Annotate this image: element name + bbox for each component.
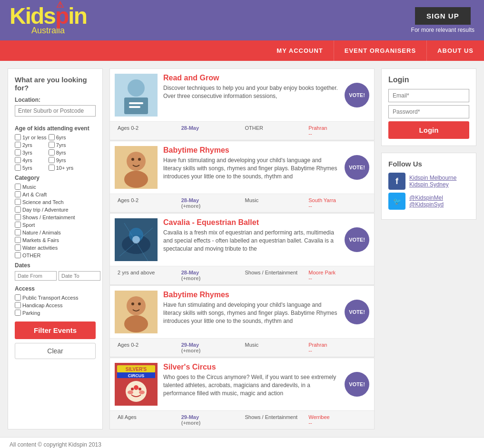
event-info: Silver's Circus Who goes to the Circus a… xyxy=(163,363,339,406)
cat-music-check[interactable] xyxy=(15,184,21,190)
cat-science[interactable]: Science and Tech xyxy=(15,199,96,205)
event-image xyxy=(115,146,158,189)
cat-shows[interactable]: Shows / Entertainment xyxy=(15,214,96,220)
event-top: Read and Grow Discover techniques to hel… xyxy=(110,69,374,121)
age-2yr[interactable]: 2yrs xyxy=(15,142,47,148)
event-title[interactable]: Silver's Circus xyxy=(163,363,339,371)
vote-button[interactable]: VOTE! xyxy=(345,372,369,397)
event-title[interactable]: Babytime Rhymes xyxy=(163,291,339,299)
cat-markets-check[interactable] xyxy=(15,237,21,243)
access-handicap-check[interactable] xyxy=(15,302,21,308)
access-transport[interactable]: Public Transport Access xyxy=(15,294,96,301)
age-6yr-check[interactable] xyxy=(49,134,55,140)
age-3yr-check[interactable] xyxy=(15,149,21,156)
age-3yr[interactable]: 3yrs xyxy=(15,149,47,156)
nav-about-us[interactable]: ABOUT US xyxy=(427,40,484,61)
meta-age: All Ages xyxy=(115,413,178,427)
age-10yr-check[interactable] xyxy=(49,165,55,171)
event-title[interactable]: Read and Grow xyxy=(163,74,339,82)
main-content: What are you looking for? Location: Age … xyxy=(0,61,484,437)
cat-other[interactable]: OTHER xyxy=(15,252,96,258)
event-title[interactable]: Babytime Rhymes xyxy=(163,146,339,155)
access-parking[interactable]: Parking xyxy=(15,310,96,316)
age-checkboxes: 1yr or less 2yrs 3yrs 4yrs 5yrs 6yrs 7yr… xyxy=(15,134,96,171)
date-from-input[interactable] xyxy=(15,271,57,281)
twitter-links: @KidspinMel @KidspinSyd xyxy=(409,195,444,208)
vote-button[interactable]: VOTE! xyxy=(345,300,369,324)
cat-sport-check[interactable] xyxy=(15,222,21,228)
access-transport-check[interactable] xyxy=(15,294,21,301)
cat-art[interactable]: Art & Craft xyxy=(15,191,96,197)
age-7yr[interactable]: 7yrs xyxy=(49,142,73,148)
vote-button[interactable]: VOTE! xyxy=(345,83,369,107)
age-7yr-check[interactable] xyxy=(49,142,55,148)
cat-nature[interactable]: Nature / Animals xyxy=(15,229,96,235)
age-4yr-check[interactable] xyxy=(15,157,21,163)
meta-category: Music xyxy=(242,341,306,354)
nav-my-account[interactable]: MY ACCOUNT xyxy=(266,40,334,61)
meta-date: 29-May(+more) xyxy=(178,341,242,354)
email-input[interactable] xyxy=(388,89,469,102)
cat-science-check[interactable] xyxy=(15,199,21,205)
facebook-row: f Kidspin Melbourne Kidspin Sydney xyxy=(388,173,469,190)
cat-daytrip[interactable]: Day trip / Adventure xyxy=(15,206,96,213)
event-title[interactable]: Cavalia - Equestrian Ballet xyxy=(163,218,339,227)
svg-point-28 xyxy=(138,388,141,390)
svg-point-17 xyxy=(127,296,146,315)
vote-button[interactable]: VOTE! xyxy=(345,227,369,252)
filter-events-button[interactable]: Filter Events xyxy=(15,321,96,339)
event-meta: Ages 0-2 28-May(+more) Music South Yarra… xyxy=(110,194,374,212)
age-1yr[interactable]: 1yr or less xyxy=(15,134,47,140)
age-5yr-check[interactable] xyxy=(15,165,21,171)
cat-music[interactable]: Music xyxy=(15,184,96,190)
cat-nature-check[interactable] xyxy=(15,229,21,235)
age-9yr[interactable]: 9yrs xyxy=(49,157,73,163)
meta-age: Ages 0-2 xyxy=(115,124,178,137)
clear-button[interactable]: Clear xyxy=(15,343,96,359)
tw-link-syd[interactable]: @KidspinSyd xyxy=(409,201,444,208)
cat-daytrip-check[interactable] xyxy=(15,206,21,213)
cat-shows-check[interactable] xyxy=(15,214,21,220)
age-4yr[interactable]: 4yrs xyxy=(15,157,47,163)
age-8yr-check[interactable] xyxy=(49,149,55,156)
event-info: Babytime Rhymes Have fun stimulating and… xyxy=(163,146,339,189)
nav-event-organisers[interactable]: EVENT ORGANISERS xyxy=(334,40,427,61)
access-handicap[interactable]: Handicap Access xyxy=(15,302,96,308)
age-2yr-check[interactable] xyxy=(15,142,21,148)
login-button[interactable]: Login xyxy=(388,121,469,139)
svg-point-31 xyxy=(139,390,145,394)
vote-button[interactable]: VOTE! xyxy=(345,155,369,180)
age-1yr-check[interactable] xyxy=(15,134,21,140)
age-6yr[interactable]: 6yrs xyxy=(49,134,73,140)
cat-water-check[interactable] xyxy=(15,244,21,251)
svg-point-29 xyxy=(134,385,138,390)
event-info: Babytime Rhymes Have fun stimulating and… xyxy=(163,291,339,333)
date-to-input[interactable] xyxy=(59,271,100,281)
nav-bar: MY ACCOUNT EVENT ORGANISERS ABOUT US xyxy=(0,40,484,61)
login-title: Login xyxy=(388,76,469,84)
sidebar-title: What are you looking for? xyxy=(15,76,96,92)
age-col-1: 1yr or less 2yrs 3yrs 4yrs 5yrs xyxy=(15,134,47,171)
cat-other-check[interactable] xyxy=(15,252,21,258)
password-input[interactable] xyxy=(388,105,469,118)
logo[interactable]: Kidsp⚠in xyxy=(10,5,87,28)
access-parking-check[interactable] xyxy=(15,310,21,316)
meta-age: 2 yrs and above xyxy=(115,269,178,282)
fb-link-sydney[interactable]: Kidspin Sydney xyxy=(409,181,456,188)
age-5yr[interactable]: 5yrs xyxy=(15,165,47,171)
event-image xyxy=(115,74,158,117)
cat-art-check[interactable] xyxy=(15,191,21,197)
meta-category: Shows / Entertainment xyxy=(242,269,306,282)
age-9yr-check[interactable] xyxy=(49,157,55,163)
signup-button[interactable]: SIGN UP xyxy=(415,7,471,25)
cat-sport[interactable]: Sport xyxy=(15,222,96,228)
age-8yr[interactable]: 8yrs xyxy=(49,149,73,156)
cat-markets[interactable]: Markets & Fairs xyxy=(15,237,96,243)
event-top: SILVER'S CIRCUS Silver's Circus xyxy=(110,358,374,410)
age-10yr[interactable]: 10+ yrs xyxy=(49,165,73,171)
cat-water[interactable]: Water activities xyxy=(15,244,96,251)
fb-link-melbourne[interactable]: Kidspin Melbourne xyxy=(409,175,456,181)
tw-link-mel[interactable]: @KidspinMel xyxy=(409,195,444,201)
location-input[interactable] xyxy=(15,105,96,117)
svg-point-6 xyxy=(127,152,146,171)
